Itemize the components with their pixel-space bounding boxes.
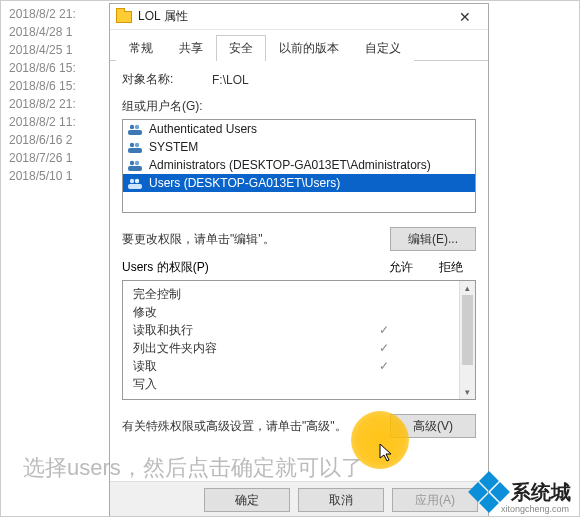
group-item-label: Authenticated Users: [149, 122, 257, 136]
perm-modify: 修改: [133, 303, 459, 321]
check-icon: ✓: [359, 323, 409, 337]
group-item-system[interactable]: SYSTEM: [123, 138, 475, 156]
perm-full-control: 完全控制: [133, 285, 459, 303]
watermark-logo: 系统城 xitongcheng.com: [471, 474, 571, 510]
perm-list-folder: 列出文件夹内容 ✓: [133, 339, 459, 357]
svg-point-3: [130, 143, 134, 147]
dialog-content: 对象名称: F:\LOL 组或用户名(G): Authenticated Use…: [110, 61, 488, 448]
svg-point-0: [130, 125, 134, 129]
perm-read-execute: 读取和执行 ✓: [133, 321, 459, 339]
group-item-label: SYSTEM: [149, 140, 198, 154]
group-or-users-label: 组或用户名(G):: [122, 98, 476, 115]
properties-dialog: LOL 属性 ✕ 常规 共享 安全 以前的版本 自定义 对象名称: F:\LOL…: [109, 3, 489, 517]
svg-rect-5: [128, 148, 142, 153]
svg-rect-11: [128, 184, 142, 189]
scroll-down-icon[interactable]: ▾: [460, 385, 475, 399]
svg-point-9: [130, 179, 134, 183]
svg-point-1: [135, 125, 139, 129]
tab-previous-versions[interactable]: 以前的版本: [266, 35, 352, 61]
group-item-label: Users (DESKTOP-GA013ET\Users): [149, 176, 340, 190]
group-list[interactable]: Authenticated Users SYSTEM Administrator…: [122, 119, 476, 213]
permissions-deny-header: 拒绝: [426, 259, 476, 276]
group-item-users[interactable]: Users (DESKTOP-GA013ET\Users): [123, 174, 475, 192]
dialog-button-bar: 确定 取消 应用(A): [110, 481, 488, 517]
users-icon: [127, 123, 143, 135]
tab-strip: 常规 共享 安全 以前的版本 自定义: [110, 30, 488, 61]
svg-point-10: [135, 179, 139, 183]
tab-security[interactable]: 安全: [216, 35, 266, 61]
object-name-label: 对象名称:: [122, 71, 212, 88]
titlebar[interactable]: LOL 属性 ✕: [110, 4, 488, 30]
close-button[interactable]: ✕: [448, 7, 482, 27]
svg-point-6: [130, 161, 134, 165]
edit-button[interactable]: 编辑(E)...: [390, 227, 476, 251]
scroll-up-icon[interactable]: ▴: [460, 281, 475, 295]
perm-write: 写入: [133, 375, 459, 393]
users-icon: [127, 141, 143, 153]
ok-button[interactable]: 确定: [204, 488, 290, 512]
svg-rect-2: [128, 130, 142, 135]
logo-url: xitongcheng.com: [501, 504, 569, 514]
permissions-list[interactable]: 完全控制 修改 读取和执行 ✓ 列出文件夹内容 ✓: [122, 280, 476, 400]
users-icon: [127, 159, 143, 171]
tab-customize[interactable]: 自定义: [352, 35, 414, 61]
advanced-hint: 有关特殊权限或高级设置，请单击"高级"。: [122, 418, 390, 435]
logo-text: 系统城: [511, 481, 571, 503]
folder-icon: [116, 11, 132, 23]
permissions-label: Users 的权限(P): [122, 259, 376, 276]
scroll-thumb[interactable]: [462, 295, 473, 365]
scrollbar[interactable]: ▴ ▾: [459, 281, 475, 399]
check-icon: ✓: [359, 359, 409, 373]
svg-point-4: [135, 143, 139, 147]
group-item-authenticated-users[interactable]: Authenticated Users: [123, 120, 475, 138]
perm-read: 读取 ✓: [133, 357, 459, 375]
permissions-allow-header: 允许: [376, 259, 426, 276]
svg-rect-8: [128, 166, 142, 171]
tab-sharing[interactable]: 共享: [166, 35, 216, 61]
advanced-button[interactable]: 高级(V): [390, 414, 476, 438]
cancel-button[interactable]: 取消: [298, 488, 384, 512]
tab-general[interactable]: 常规: [116, 35, 166, 61]
svg-point-7: [135, 161, 139, 165]
apply-button[interactable]: 应用(A): [392, 488, 478, 512]
users-icon: [127, 177, 143, 189]
object-name-value: F:\LOL: [212, 73, 249, 87]
check-icon: ✓: [359, 341, 409, 355]
group-item-label: Administrators (DESKTOP-GA013ET\Administ…: [149, 158, 431, 172]
group-item-administrators[interactable]: Administrators (DESKTOP-GA013ET\Administ…: [123, 156, 475, 174]
edit-hint: 要更改权限，请单击"编辑"。: [122, 231, 390, 248]
dialog-title: LOL 属性: [138, 8, 448, 25]
